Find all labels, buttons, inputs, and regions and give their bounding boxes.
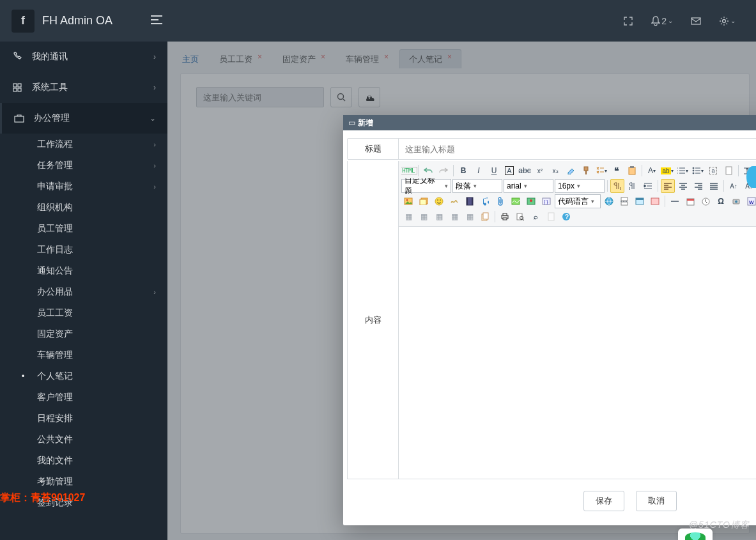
toggle-nav-button[interactable] [146,14,167,27]
mergedown-button[interactable]: ▦ [417,210,431,224]
sub-item-task[interactable]: 任务管理› [0,155,167,176]
codelang-select[interactable]: 代码语言▾ [555,194,601,208]
autoformat-button[interactable]: ▾ [594,164,608,178]
svg-rect-15 [726,167,732,174]
nav-item-tools[interactable]: 系统工具 › [0,72,167,103]
align-right-button[interactable] [691,179,706,193]
fontborder-button[interactable]: A [502,164,516,178]
splitcols-button[interactable]: ▦ [447,210,461,224]
music-button[interactable] [478,194,492,208]
fontsize-select[interactable]: 16px▾ [555,179,605,193]
strikethrough-button[interactable]: abc [518,164,532,178]
notifications-button[interactable]: 2 ⌄ [651,16,673,26]
brand-title: FH Admin OA [42,14,112,27]
charts-button[interactable]: ▦ [463,210,477,224]
mail-button[interactable] [691,17,701,25]
template-button[interactable] [633,194,647,208]
snapscreen-button[interactable] [729,194,743,208]
superscript-button[interactable]: x² [533,164,547,178]
sub-item-staff[interactable]: 员工管理 [0,218,167,239]
backcolor-button[interactable]: ab▾ [660,164,674,178]
gmap-button[interactable] [524,194,538,208]
sub-label: 个人笔记 [37,371,73,382]
splitrows-button[interactable]: ▦ [432,210,446,224]
sub-item-workflow[interactable]: 工作流程› [0,134,167,155]
paragraph-select[interactable]: 段落▾ [452,179,502,193]
undo-button[interactable] [421,164,435,178]
title-input[interactable] [399,139,756,159]
fullscreen-button[interactable] [623,16,633,26]
insertcode-button[interactable]: { } [539,194,553,208]
background-button[interactable] [648,194,662,208]
copy-button[interactable] [478,210,492,224]
align-justify-button[interactable] [707,179,721,193]
save-button[interactable]: 保存 [583,491,624,511]
sub-item-supplies[interactable]: 办公用品› [0,281,167,302]
orderedlist-button[interactable]: ▾ [675,164,690,178]
nav-item-office[interactable]: 办公管理 ⌄ [0,103,167,134]
cancel-button[interactable]: 取消 [636,491,677,511]
sub-item-notice[interactable]: 通知公告 [0,260,167,281]
unorderedlist-button[interactable]: ▾ [691,164,705,178]
side-bubble[interactable] [746,166,756,188]
sub-item-customer[interactable]: 客户管理 [0,387,167,408]
align-center-button[interactable] [676,179,690,193]
sub-item-notes[interactable]: 个人笔记 [0,366,167,387]
formatbrush-button[interactable] [579,164,593,178]
subscript-button[interactable]: x₂ [548,164,562,178]
help-button[interactable]: ? [559,210,573,224]
attachment-button[interactable] [493,194,507,208]
map-button[interactable] [509,194,523,208]
dir-rtl-button[interactable] [626,179,640,193]
wordimage-button[interactable]: W [744,194,756,208]
italic-button[interactable]: I [472,164,486,178]
fontcolor-button[interactable]: A▾ [645,164,659,178]
date-button[interactable] [683,194,697,208]
sub-item-attendance[interactable]: 考勤管理 [0,471,167,492]
sub-item-worklog[interactable]: 工作日志 [0,239,167,260]
sub-item-myfiles[interactable]: 我的文件 [0,450,167,471]
sub-item-schedule[interactable]: 日程安排 [0,408,167,429]
assistant-float[interactable] [678,528,713,540]
time-button[interactable] [698,194,713,208]
align-left-button[interactable] [661,179,675,193]
touppercase-button[interactable]: A↑ [727,179,741,193]
redo-button[interactable] [436,164,451,178]
selectall-button[interactable]: a [706,164,720,178]
sub-item-approval[interactable]: 申请审批› [0,176,167,197]
search-replace-button[interactable]: ⌕ [528,210,543,224]
multiimage-button[interactable] [417,194,431,208]
sub-item-salary[interactable]: 员工工资 [0,302,167,323]
source-html-button[interactable]: HTML [401,164,415,178]
mergeright-button[interactable]: ▦ [401,210,415,224]
print-button[interactable] [498,210,512,224]
video-button[interactable] [463,194,477,208]
indent-button[interactable] [641,179,655,193]
heading-select[interactable]: 自定义标题▾ [401,179,451,193]
cleardoc-button[interactable] [721,164,736,178]
scrawl-button[interactable] [447,194,461,208]
preview-button[interactable] [513,210,527,224]
sub-item-org[interactable]: 组织机构 [0,197,167,218]
emoji-button[interactable] [432,194,446,208]
sub-item-vehicle[interactable]: 车辆管理 [0,344,167,366]
eraser-button[interactable] [564,164,578,178]
nav-item-contacts[interactable]: 我的通讯 › [0,42,167,72]
webapp-button[interactable] [602,194,616,208]
sub-item-publicfiles[interactable]: 公共文件 [0,429,167,450]
pagebreak-button[interactable] [617,194,631,208]
pasteplain-button[interactable] [625,164,639,178]
bold-button[interactable]: B [456,164,470,178]
image-button[interactable] [401,194,415,208]
font-select[interactable]: arial▾ [504,179,553,193]
specialchar-button[interactable]: Ω [714,194,728,208]
dir-ltr-button[interactable] [610,179,624,193]
modal-header[interactable]: ▭ 新增 × [343,115,756,130]
sub-item-assets[interactable]: 固定资产 [0,323,167,344]
drafts-button[interactable] [544,210,558,224]
underline-button[interactable]: U [487,164,501,178]
editor-body[interactable]: ▲ [399,227,756,479]
hr-button[interactable] [668,194,682,208]
settings-button[interactable]: ⌄ [719,16,736,26]
blockquote-button[interactable]: ❝ [610,164,624,178]
